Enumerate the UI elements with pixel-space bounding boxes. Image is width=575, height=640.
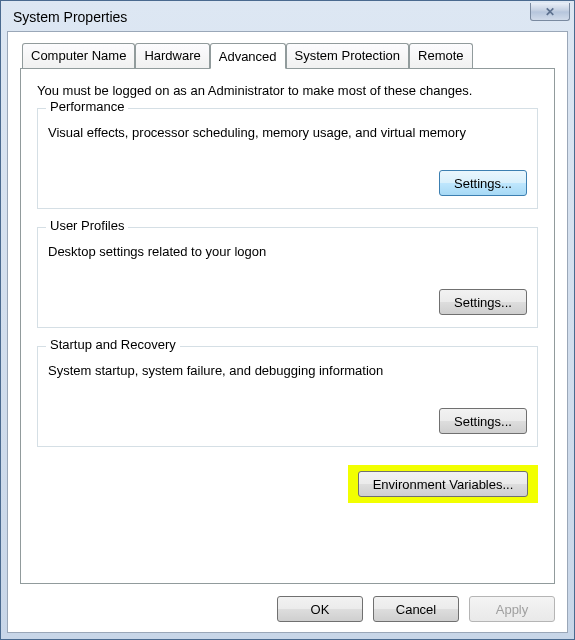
cancel-button[interactable]: Cancel	[373, 596, 459, 622]
highlight-annotation: Environment Variables...	[348, 465, 538, 503]
titlebar: System Properties ✕	[7, 7, 568, 31]
apply-button[interactable]: Apply	[469, 596, 555, 622]
startup-recovery-desc: System startup, system failure, and debu…	[48, 363, 527, 378]
user-profiles-settings-button[interactable]: Settings...	[439, 289, 527, 315]
performance-legend: Performance	[46, 99, 128, 114]
startup-recovery-settings-button[interactable]: Settings...	[439, 408, 527, 434]
environment-variables-row: Environment Variables...	[37, 465, 538, 503]
performance-desc: Visual effects, processor scheduling, me…	[48, 125, 527, 140]
environment-variables-button[interactable]: Environment Variables...	[358, 471, 528, 497]
dialog-buttons: OK Cancel Apply	[20, 596, 555, 622]
tabstrip: Computer Name Hardware Advanced System P…	[22, 42, 555, 68]
admin-note: You must be logged on as an Administrato…	[37, 83, 538, 98]
tab-advanced[interactable]: Advanced	[210, 43, 286, 69]
performance-group: Performance Visual effects, processor sc…	[37, 108, 538, 209]
ok-button[interactable]: OK	[277, 596, 363, 622]
startup-recovery-group: Startup and Recovery System startup, sys…	[37, 346, 538, 447]
window-body: Computer Name Hardware Advanced System P…	[7, 31, 568, 633]
system-properties-window: System Properties ✕ Computer Name Hardwa…	[0, 0, 575, 640]
user-profiles-group: User Profiles Desktop settings related t…	[37, 227, 538, 328]
tab-remote[interactable]: Remote	[409, 43, 473, 69]
user-profiles-legend: User Profiles	[46, 218, 128, 233]
advanced-panel: You must be logged on as an Administrato…	[20, 68, 555, 584]
tab-computer-name[interactable]: Computer Name	[22, 43, 135, 69]
window-title: System Properties	[13, 9, 127, 25]
performance-settings-button[interactable]: Settings...	[439, 170, 527, 196]
close-button[interactable]: ✕	[530, 3, 570, 21]
user-profiles-desc: Desktop settings related to your logon	[48, 244, 527, 259]
close-icon: ✕	[545, 6, 555, 18]
startup-recovery-legend: Startup and Recovery	[46, 337, 180, 352]
tab-system-protection[interactable]: System Protection	[286, 43, 410, 69]
tab-hardware[interactable]: Hardware	[135, 43, 209, 69]
